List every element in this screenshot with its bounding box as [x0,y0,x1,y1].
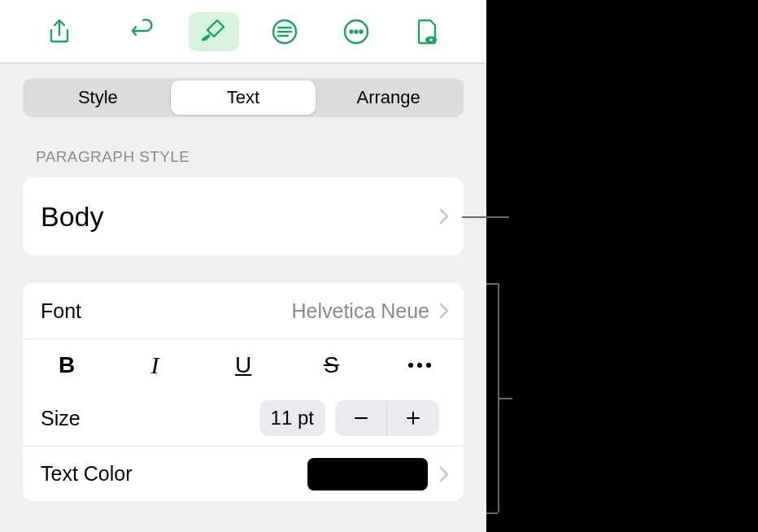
chevron-right-icon [439,303,449,319]
format-buttons-row: B I U S [23,338,464,390]
document-view-button[interactable] [402,12,452,51]
paragraph-style-row[interactable]: Body [23,177,464,255]
paragraph-style-card: Body [23,177,464,255]
font-row[interactable]: Font Helvetica Neue [23,283,464,338]
text-color-row[interactable]: Text Color [23,446,464,501]
format-button[interactable] [189,12,239,51]
share-icon [45,17,74,46]
format-panel: Style Text Arrange PARAGRAPH STYLE Body … [0,0,486,532]
plus-icon [405,410,421,426]
undo-icon [128,17,157,46]
size-row: Size 11 pt [23,390,464,446]
tab-segmented: Style Text Arrange [23,78,464,117]
minus-icon [353,410,369,426]
top-toolbar [0,0,486,63]
paragraph-style-header: PARAGRAPH STYLE [0,117,486,174]
size-label: Size [41,407,259,430]
size-increase-button[interactable] [387,400,439,436]
svg-point-9 [429,38,433,41]
share-button[interactable] [34,12,85,51]
document-eye-icon [412,17,442,46]
list-icon [270,17,299,46]
size-stepper [335,400,439,436]
tab-style[interactable]: Style [25,81,171,115]
svg-point-7 [359,30,362,33]
dots-icon [408,363,431,368]
svg-point-6 [355,30,357,33]
underline-button[interactable]: U [199,339,287,390]
text-color-label: Text Color [41,462,307,486]
font-label: Font [41,299,291,323]
tab-arrange[interactable]: Arrange [316,81,461,115]
font-more-button[interactable] [376,339,464,390]
strikethrough-button[interactable]: S [287,339,375,390]
font-card: Font Helvetica Neue B I U S Size 11 pt [23,283,464,501]
insert-button[interactable] [259,12,310,51]
more-circle-icon [342,17,371,46]
more-button[interactable] [331,12,381,51]
toolbar-left-group [34,12,168,51]
paragraph-style-value: Body [41,201,439,233]
tab-text[interactable]: Text [171,81,316,115]
font-value: Helvetica Neue [291,299,429,323]
chevron-right-icon [439,208,449,225]
undo-button[interactable] [117,12,168,51]
text-color-swatch[interactable] [307,458,428,491]
svg-point-5 [350,30,352,33]
size-value-pill[interactable]: 11 pt [259,400,325,436]
size-decrease-button[interactable] [335,400,387,436]
callout-guides [486,0,519,532]
paintbrush-icon [199,17,229,46]
tab-segmented-wrap: Style Text Arrange [0,63,486,117]
chevron-right-icon [439,466,449,482]
italic-button[interactable]: I [111,339,198,390]
bold-button[interactable]: B [23,339,111,390]
